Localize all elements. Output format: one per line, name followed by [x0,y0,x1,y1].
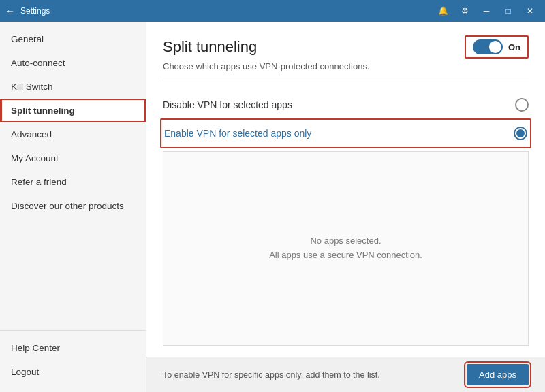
footer-text: To enable VPN for specific apps only, ad… [163,370,456,380]
content-header: Split tunneling On Choose which apps use… [146,22,545,80]
close-button[interactable]: ✕ [520,1,540,20]
radio-inner-dot [516,129,525,137]
title-bar-controls: 🔔 ⚙ ─ □ ✕ [433,1,540,20]
minimize-button[interactable]: ─ [477,1,496,20]
sidebar-item-refer-a-friend[interactable]: Refer a friend [0,170,146,194]
sidebar-item-discover-products[interactable]: Discover our other products [0,194,146,218]
sidebar-item-auto-connect[interactable]: Auto-connect [0,51,146,75]
disable-vpn-label: Disable VPN for selected apps [163,99,292,110]
title-bar: ← Settings 🔔 ⚙ ─ □ ✕ [0,0,545,22]
sidebar-item-help-center[interactable]: Help Center [0,336,146,360]
toggle-label: On [508,42,520,52]
empty-state: No apps selected. All apps use a secure … [269,234,422,263]
title-bar-left: ← Settings [5,5,50,16]
enable-vpn-only-label: Enable VPN for selected apps only [164,128,311,139]
vpn-toggle[interactable] [473,39,503,54]
empty-line2: All apps use a secure VPN connection. [269,248,422,263]
content-body: Disable VPN for selected apps Enable VPN… [146,80,545,357]
toggle-container[interactable]: On [465,35,529,59]
sidebar-bottom: Help Center Logout [0,330,146,392]
app-list-area: No apps selected. All apps use a secure … [163,151,529,346]
option-enable-vpn-only[interactable]: Enable VPN for selected apps only [160,118,531,148]
sidebar-nav: General Auto-connect Kill Switch Split t… [0,22,146,330]
app-title: Settings [20,6,50,16]
page-title: Split tunneling [163,38,257,56]
sidebar-item-general[interactable]: General [0,27,146,51]
content-area: Split tunneling On Choose which apps use… [146,22,545,392]
bell-icon[interactable]: 🔔 [433,1,452,20]
gear-icon[interactable]: ⚙ [455,1,474,20]
sidebar: General Auto-connect Kill Switch Split t… [0,22,146,392]
sidebar-item-kill-switch[interactable]: Kill Switch [0,75,146,99]
option-disable-vpn[interactable]: Disable VPN for selected apps [163,91,529,118]
content-subtitle: Choose which apps use VPN-protected conn… [163,61,529,71]
maximize-button[interactable]: □ [499,1,518,20]
sidebar-item-logout[interactable]: Logout [0,360,146,384]
content-footer: To enable VPN for specific apps only, ad… [146,357,545,392]
enable-vpn-only-radio[interactable] [514,127,527,140]
sidebar-item-advanced[interactable]: Advanced [0,122,146,146]
app-body: General Auto-connect Kill Switch Split t… [0,22,545,392]
sidebar-item-my-account[interactable]: My Account [0,146,146,170]
disable-vpn-radio[interactable] [515,98,529,112]
empty-line1: No apps selected. [269,234,422,248]
sidebar-item-split-tunneling[interactable]: Split tunneling [0,99,146,122]
add-apps-button[interactable]: Add apps [467,364,529,385]
back-button[interactable]: ← [5,5,15,16]
title-row: Split tunneling On [163,35,529,59]
